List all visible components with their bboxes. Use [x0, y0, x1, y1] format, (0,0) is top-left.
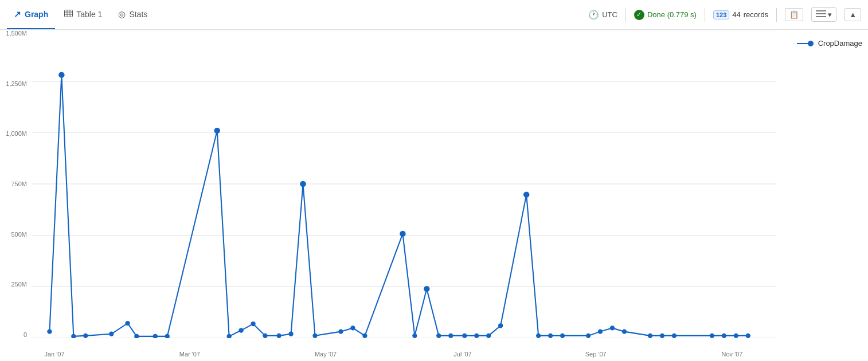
y-label-1250: 1,250M — [0, 80, 32, 87]
datapoint-jul2 — [424, 286, 429, 292]
datapoint — [165, 334, 170, 338]
datapoint-peak-sep — [523, 191, 529, 197]
done-icon: ✓ — [634, 10, 644, 20]
datapoint-peak-jan — [58, 72, 64, 77]
datapoint — [338, 329, 343, 333]
legend-line — [797, 43, 808, 44]
datapoint — [109, 332, 114, 336]
table-icon — [64, 9, 73, 19]
datapoint — [536, 333, 541, 338]
line-chart-svg — [32, 30, 776, 338]
datapoint — [622, 329, 627, 333]
legend-label: CropDamage — [818, 39, 862, 48]
y-axis: 0 250M 500M 750M 1,000M 1,250M 1,500M — [0, 30, 32, 338]
timezone-indicator: 🕐 UTC — [588, 10, 617, 20]
datapoint — [263, 333, 267, 338]
datapoint — [610, 325, 615, 330]
chart-legend: CropDamage — [797, 39, 862, 48]
svg-rect-0 — [65, 10, 73, 17]
graph-icon: ↗ — [14, 9, 21, 19]
chevron-down-icon: ▾ — [828, 10, 832, 19]
x-label-jul: Jul '07 — [453, 351, 471, 358]
datapoint — [238, 328, 243, 332]
datapoint — [412, 333, 417, 338]
chevron-up-icon: ▲ — [849, 10, 857, 19]
legend-line-dot — [797, 41, 814, 46]
datapoint — [560, 333, 565, 338]
stats-icon: ◎ — [118, 9, 126, 19]
tab-graph[interactable]: ↗ Graph — [7, 0, 55, 29]
x-axis: Jan '07 Mar '07 May '07 Jul '07 Sep '07 … — [32, 351, 776, 358]
datapoint — [722, 333, 726, 338]
datapoint — [350, 325, 355, 330]
datapoint — [498, 323, 503, 328]
crop-damage-line — [49, 75, 748, 336]
datapoint — [598, 329, 603, 333]
datapoint — [288, 332, 293, 336]
datapoint — [448, 333, 453, 338]
datapoint — [586, 333, 591, 338]
done-status: ✓ Done (0.779 s) — [634, 10, 697, 20]
datapoint-peak-apr — [214, 128, 220, 134]
datapoint — [436, 333, 441, 338]
datapoint — [462, 333, 467, 338]
toolbar-right: 🕐 UTC ✓ Done (0.779 s) 123 44 records 📋 — [588, 7, 861, 22]
records-box-icon: 123 — [713, 10, 729, 19]
records-count-badge: 123 44 records — [713, 10, 768, 19]
datapoint-peak-jul — [400, 231, 405, 237]
datapoint — [125, 321, 130, 325]
datapoint — [648, 333, 652, 338]
x-label-nov: Nov '07 — [722, 351, 743, 358]
datapoint — [71, 334, 76, 338]
datapoint — [474, 333, 479, 338]
tab-stats[interactable]: ◎ Stats — [111, 0, 154, 29]
y-label-250: 250M — [0, 281, 32, 288]
chart-container: 0 250M 500M 750M 1,000M 1,250M 1,500M — [0, 30, 868, 361]
x-label-may: May '07 — [315, 351, 337, 358]
datapoint — [276, 333, 281, 338]
tab-stats-label: Stats — [129, 10, 147, 19]
columns-icon — [816, 10, 826, 19]
datapoint — [83, 333, 88, 338]
x-label-mar: Mar '07 — [179, 351, 200, 358]
datapoint — [312, 333, 317, 338]
y-label-750: 750M — [0, 180, 32, 187]
columns-button[interactable]: ▾ — [811, 7, 836, 22]
legend-dot — [808, 41, 814, 46]
timezone-label: UTC — [602, 10, 617, 19]
datapoint — [47, 329, 52, 333]
datapoint — [251, 321, 255, 326]
y-label-1000: 1,000M — [0, 130, 32, 137]
tab-graph-label: Graph — [25, 10, 48, 19]
datapoint — [734, 333, 738, 338]
datapoint — [548, 333, 553, 338]
datapoint — [672, 333, 677, 338]
done-label: Done (0.779 s) — [647, 10, 697, 19]
y-label-500: 500M — [0, 231, 32, 238]
datapoint-peak-may — [300, 181, 306, 187]
copy-button[interactable]: 📋 — [785, 8, 803, 21]
datapoint — [362, 333, 367, 338]
datapoint — [710, 333, 714, 338]
y-label-1500: 1,500M — [0, 30, 32, 37]
clock-icon: 🕐 — [588, 10, 599, 20]
divider-2 — [705, 8, 705, 22]
x-label-sep: Sep '07 — [585, 351, 607, 358]
records-number: 44 — [732, 10, 740, 19]
y-label-0: 0 — [0, 331, 32, 338]
collapse-button[interactable]: ▲ — [844, 8, 861, 21]
datapoint — [153, 334, 158, 338]
tab-table1[interactable]: Table 1 — [57, 0, 109, 29]
clipboard-icon: 📋 — [789, 10, 799, 19]
divider-3 — [776, 8, 777, 22]
datapoint — [746, 333, 750, 338]
datapoint — [486, 333, 491, 338]
toolbar: ↗ Graph Table 1 ◎ Stats 🕐 UTC ✓ Done (0.… — [0, 0, 868, 30]
tab-table1-label: Table 1 — [76, 10, 102, 19]
datapoint — [226, 334, 231, 338]
records-label: records — [744, 10, 768, 19]
x-label-jan: Jan '07 — [44, 351, 64, 358]
datapoint — [660, 333, 664, 338]
divider-1 — [625, 8, 626, 22]
